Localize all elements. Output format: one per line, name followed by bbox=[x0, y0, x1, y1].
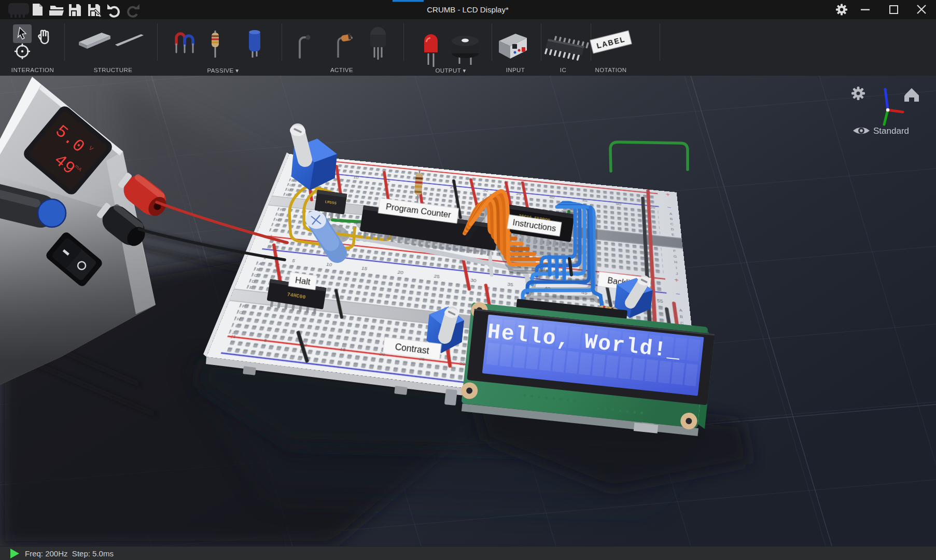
svg-text:CRUMB - LCD Display*: CRUMB - LCD Display* bbox=[427, 5, 509, 14]
svg-text:Standard: Standard bbox=[873, 126, 909, 136]
svg-text:Freq: 200Hz Step: 5.0ms: Freq: 200Hz Step: 5.0ms bbox=[25, 549, 114, 558]
